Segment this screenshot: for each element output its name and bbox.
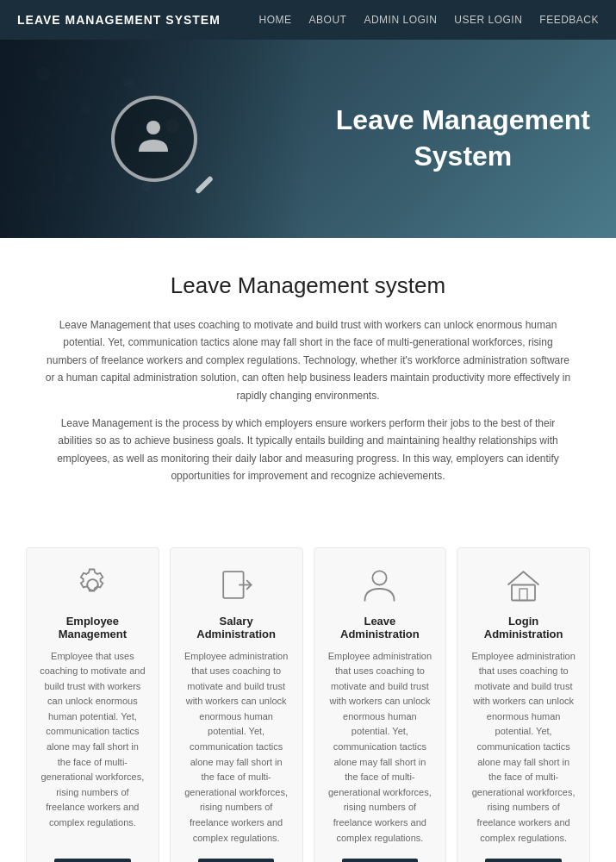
card-employee-btn[interactable]: Learn More: [54, 859, 130, 862]
nav-user-login[interactable]: USER LOGIN: [454, 14, 522, 26]
person-icon: [360, 565, 399, 604]
svg-rect-18: [520, 589, 527, 601]
card-loginadmin-title: Login Administration: [470, 615, 576, 640]
hero-section: Leave Management System: [0, 40, 616, 238]
svg-rect-17: [512, 584, 535, 600]
nav-brand: LEAVE MANAGEMENT SYSTEM: [17, 13, 221, 27]
card-leave: Leave Administration Employee administra…: [314, 547, 447, 862]
hero-title-block: Leave Management System: [336, 103, 590, 174]
navbar: LEAVE MANAGEMENT SYSTEM HOME ABOUT ADMIN…: [0, 0, 616, 40]
card-employee-title: Employee Management: [40, 615, 146, 640]
card-leave-btn[interactable]: Learn More: [342, 859, 418, 862]
hero-title: Leave Management System: [336, 103, 590, 174]
card-leave-title: Leave Administration: [327, 615, 433, 640]
card-salary-title: Salary Administration: [184, 615, 289, 640]
card-loginadmin-btn[interactable]: Learn More: [485, 859, 561, 862]
login-icon: [217, 565, 256, 604]
card-salary-desc: Employee administration that uses coachi…: [184, 649, 289, 846]
magnifier-icon: [111, 96, 197, 182]
card-loginadmin: Login Administration Employee administra…: [457, 547, 590, 862]
home-icon: [504, 565, 543, 604]
card-employee-desc: Employee that uses coaching to motivate …: [40, 649, 146, 846]
card-salary-btn[interactable]: Learn More: [198, 859, 274, 862]
person-in-magnifier: [134, 116, 173, 162]
nav-admin-login[interactable]: ADMIN LOGIN: [364, 14, 437, 26]
cards-container: Employee Management Employee that uses c…: [0, 530, 616, 862]
nav-home[interactable]: HOME: [259, 14, 292, 26]
nav-links: HOME ABOUT ADMIN LOGIN USER LOGIN FEEDBA…: [259, 14, 599, 26]
info-para1: Leave Management that uses coaching to m…: [43, 316, 573, 404]
card-leave-desc: Employee administration that uses coachi…: [327, 649, 433, 846]
info-title: Leave Management system: [43, 272, 573, 299]
svg-point-16: [373, 571, 387, 584]
card-loginadmin-desc: Employee administration that uses coachi…: [470, 649, 576, 846]
gear-icon: [73, 565, 112, 604]
card-salary: Salary Administration Employee administr…: [170, 547, 303, 862]
svg-point-13: [146, 121, 160, 134]
nav-feedback[interactable]: FEEDBACK: [539, 14, 599, 26]
info-para2: Leave Management is the process by which…: [43, 415, 573, 485]
card-employee: Employee Management Employee that uses c…: [26, 547, 159, 862]
hero-left: [0, 40, 308, 238]
info-section: Leave Management system Leave Management…: [0, 238, 616, 530]
nav-about[interactable]: ABOUT: [309, 14, 347, 26]
